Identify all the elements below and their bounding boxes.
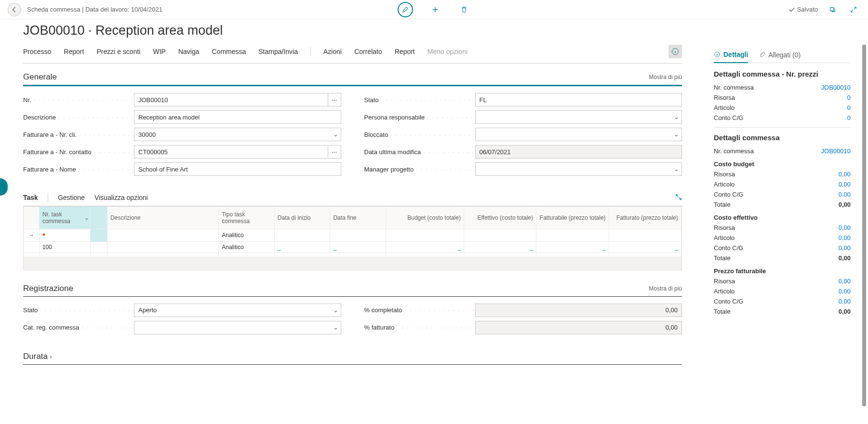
col-budget[interactable]: Budget (costo totale) — [386, 207, 464, 229]
input-stato[interactable]: FL — [475, 93, 682, 106]
fact-value[interactable]: 0,00 — [839, 278, 851, 285]
contatto-lookup-button[interactable]: ··· — [328, 145, 341, 159]
input-pct-compl: 0,00 — [475, 304, 682, 317]
section-reg-head[interactable]: Registrazione Mostra di più — [23, 284, 682, 297]
fact-kv: Articolo0,00 — [714, 234, 851, 241]
menu-wip[interactable]: WIP — [153, 48, 165, 55]
fact-link[interactable]: 0 — [847, 104, 851, 111]
fb2-nr-val[interactable]: JOB00010 — [821, 147, 851, 155]
fact-value[interactable]: 0,00 — [839, 171, 851, 178]
col-filter[interactable] — [91, 207, 107, 229]
fact-value[interactable]: 0,00 — [839, 288, 851, 295]
input-fatturare-nome[interactable]: School of Fine Art — [134, 162, 341, 176]
fact-value[interactable]: 0,00 — [839, 224, 851, 231]
maximize-icon — [675, 194, 682, 200]
info-icon — [714, 51, 721, 58]
input-bloccato[interactable] — [475, 128, 682, 141]
factbox-tabs: Dettagli Allegati (0) — [714, 51, 851, 63]
input-reg-cat[interactable] — [134, 321, 341, 334]
label-pct-fatt: % fatturato — [364, 324, 475, 331]
fact-value[interactable]: 0,00 — [839, 298, 851, 305]
input-fatturare-contatto[interactable]: CT000005 — [134, 145, 328, 159]
menu-report[interactable]: Report — [64, 48, 84, 55]
input-fatturare-cli[interactable]: 30000 — [134, 128, 341, 141]
plus-icon — [432, 6, 439, 13]
col-effettivo[interactable]: Effettivo (costo totale) — [464, 207, 536, 229]
col-fine[interactable]: Data fine — [330, 207, 386, 229]
label-fatturare-cli: Fatturare a - Nr. cli. — [23, 131, 134, 138]
menu-processo[interactable]: Processo — [23, 48, 51, 55]
col-descr[interactable]: Descrizione — [107, 207, 218, 229]
grid-filler — [24, 257, 681, 270]
task-opts[interactable]: Visualizza opzioni — [94, 194, 148, 201]
fact-kv: Risorsa0,00 — [714, 278, 851, 285]
fact-group-title: Prezzo fatturabile — [714, 267, 851, 275]
menu-azioni[interactable]: Azioni — [323, 48, 342, 55]
input-persona[interactable] — [475, 110, 682, 124]
fact-kv: Articolo0,00 — [714, 288, 851, 295]
col-inizio[interactable]: Data di inizio — [274, 207, 330, 229]
menu-stampa[interactable]: Stampa/Invia — [258, 48, 298, 55]
fact-value[interactable]: 0,00 — [839, 191, 851, 198]
nr-lookup-button[interactable]: ··· — [328, 93, 341, 106]
label-nr: Nr. — [23, 96, 134, 104]
col-tipo[interactable]: Tipo task commessa — [219, 207, 275, 229]
menu-correlato[interactable]: Correlato — [354, 48, 382, 55]
menu-report2[interactable]: Report — [395, 48, 415, 55]
new-button[interactable] — [428, 3, 442, 16]
right-actions: Salvato — [788, 3, 860, 16]
page-title: JOB00010 · Reception area model — [23, 23, 845, 38]
tab-allegati[interactable]: Allegati (0) — [759, 51, 801, 63]
center-actions — [398, 2, 471, 17]
col-fatturabile[interactable]: Fatturabile (prezzo totale) — [536, 207, 609, 229]
input-nr[interactable]: JOB00010 — [134, 93, 328, 106]
input-reg-stato[interactable]: Aperto — [134, 304, 341, 317]
input-descrizione[interactable]: Reception area model — [134, 110, 341, 124]
table-row[interactable]: 100Analitico______ — [24, 241, 681, 252]
task-maximize[interactable] — [675, 194, 682, 202]
fact-kv: Totale0,00 — [714, 254, 851, 262]
menu-naviga[interactable]: Naviga — [178, 48, 200, 55]
fact-value[interactable]: 0,00 — [839, 234, 851, 241]
menu-commessa[interactable]: Commessa — [212, 48, 246, 55]
fact-link[interactable]: JOB00010 — [821, 84, 851, 91]
edit-button[interactable] — [398, 2, 413, 17]
menu-separator — [310, 47, 311, 56]
fact-link[interactable]: 0 — [847, 114, 851, 121]
back-button[interactable] — [8, 3, 21, 16]
delete-button[interactable] — [457, 3, 471, 16]
layout: Processo Report Prezzi e sconti WIP Navi… — [0, 45, 868, 406]
tab-dettagli[interactable]: Dettagli — [714, 51, 748, 63]
fact-value: 0,00 — [839, 201, 851, 208]
grid-header-row: Nr. task commessa⌄ Descrizione Tipo task… — [24, 207, 681, 229]
generale-show-more[interactable]: Mostra di più — [649, 74, 682, 80]
section-reg-title: Registrazione — [23, 284, 649, 293]
menu-prezzi[interactable]: Prezzi e sconti — [96, 48, 140, 55]
menu-meno-opzioni[interactable]: Meno opzioni — [427, 48, 467, 55]
label-pct-compl: % completato — [364, 306, 475, 314]
task-gestione[interactable]: Gestione — [58, 194, 85, 201]
input-manager[interactable] — [475, 162, 682, 176]
info-button[interactable] — [668, 45, 682, 58]
table-row[interactable]: →*Analitico — [24, 229, 681, 241]
section-generale-head[interactable]: Generale Mostra di più — [23, 72, 682, 86]
section-durata-head[interactable]: Durata — [23, 352, 682, 365]
table-row[interactable] — [24, 252, 681, 257]
info-icon — [671, 48, 679, 55]
popout-button[interactable] — [826, 3, 839, 16]
fact-kv: Conto C/G0 — [714, 114, 851, 121]
fact-kv: Conto C/G0,00 — [714, 244, 851, 252]
col-task-no[interactable]: Nr. task commessa⌄ — [39, 207, 90, 229]
fact-value[interactable]: 0,00 — [839, 244, 851, 252]
input-ult-mod: 06/07/2021 — [475, 145, 682, 159]
factbox1-title: Dettagli commessa - Nr. prezzi — [714, 70, 851, 78]
fact-group-title: Costo budget — [714, 160, 851, 168]
collapse-button[interactable] — [847, 3, 860, 16]
task-title[interactable]: Task — [23, 194, 38, 201]
fact-link[interactable]: 0 — [847, 94, 851, 101]
section-generale-title: Generale — [23, 72, 649, 82]
label-reg-cat: Cat. reg. commessa — [23, 324, 134, 331]
reg-show-more[interactable]: Mostra di più — [649, 285, 682, 292]
col-fatturato[interactable]: Fatturato (prezzo totale) — [609, 207, 681, 229]
fact-value[interactable]: 0,00 — [839, 181, 851, 188]
